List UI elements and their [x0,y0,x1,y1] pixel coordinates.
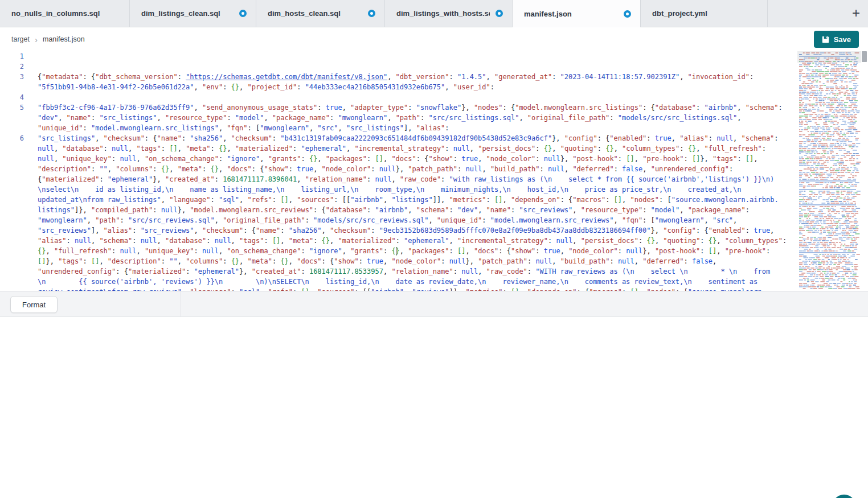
breadcrumb: target › manifest.json [11,27,85,51]
tab-label: dim_hosts_clean.sql [268,9,341,18]
tab-manifest-json[interactable]: manifest.json [513,0,641,27]
code-row: "alias": null, "schema": null, "database… [0,236,797,246]
code-row: "unique_id": "model.mwonglearn.src_listi… [0,123,797,133]
code-row: "5f51bb91-94b8-4e31-94f2-26b5e061d22a", … [0,82,797,92]
tab-dbt-project-yml[interactable]: dbt_project.yml [641,0,768,27]
code-row [0,61,797,72]
tab-label: manifest.json [524,10,572,18]
code-row: null, "database": null, "tags": [], "met… [0,143,797,154]
toolbar: target › manifest.json Save [0,27,868,51]
tab-no-nulls-in-columns[interactable]: no_nulls_in_columns.sql [0,0,130,27]
tab-label: dim_listings_clean.sql [141,9,220,18]
code-row: {"metadata": {"dbt_schema_version": "htt… [0,72,797,82]
code-editor[interactable]: 123{"metadata": {"dbt_schema_version": "… [0,51,797,291]
code-row: "dev", "name": "src_listings", "resource… [0,113,797,123]
code-row: []}, "tags": [], "description": "", "col… [0,256,797,266]
tab-bar: no_nulls_in_columns.sql dim_listings_cle… [0,0,868,27]
code-row: review_sentiment\nfrom raw_reviews", "la… [0,287,797,291]
tab-dim-listings-clean[interactable]: dim_listings_clean.sql [130,0,256,27]
tab-label: dim_listings_with_hosts.sql [396,9,490,18]
modified-dot-icon[interactable] [496,10,503,17]
minimap[interactable] [797,51,861,291]
text-caret [396,247,397,256]
results-empty-area [0,317,868,498]
code-row: {}, "full_refresh": null, "unique_key": … [0,246,797,256]
bottom-panel: Format [0,291,868,317]
code-row: \n {{ source('airbnb', 'reviews') }}\n \… [0,277,797,287]
format-button[interactable]: Format [10,296,58,313]
code-row: listings"]}, "compiled_path": null}, "mo… [0,205,797,215]
tab-dim-hosts-clean[interactable]: dim_hosts_clean.sql [256,0,385,27]
code-row: "unrendered_config": {"materialized": "e… [0,266,797,277]
code-row: updated_at\nfrom raw_listings", "languag… [0,195,797,205]
tab-label: dbt_project.yml [652,9,707,18]
code-row: "description": "", "columns": {}, "meta"… [0,164,797,174]
code-row: "fbb9f3c2-cf96-4a17-b736-976a62d35ff9", … [0,102,797,113]
modified-dot-icon[interactable] [624,10,631,18]
code-row: "mwonglearn", "path": "src/src_reviews.s… [0,215,797,225]
new-tab-button[interactable]: + [847,5,865,22]
save-floppy-icon [822,36,829,43]
breadcrumb-folder: target [11,35,30,43]
tab-label: no_nulls_in_columns.sql [11,9,100,18]
code-row [0,51,797,61]
code-row [0,92,797,102]
bottom-panel-divider [181,291,181,316]
vertical-scrollbar-thumb[interactable] [862,51,867,62]
code-row: \nselect\n id as listing_id,\n name as l… [0,184,797,195]
code-row: null, "unique_key": null, "on_schema_cha… [0,154,797,164]
tab-dim-listings-with-hosts[interactable]: dim_listings_with_hosts.sql [385,0,513,27]
chevron-right-icon: › [35,35,38,44]
modified-dot-icon[interactable] [239,10,247,17]
code-row: "src_listings", "checksum": {"name": "sh… [0,133,797,143]
save-label: Save [834,35,851,44]
code-row: {"materialized": "ephemeral"}, "created_… [0,174,797,184]
save-button[interactable]: Save [814,31,859,48]
modified-dot-icon[interactable] [368,10,375,17]
code-row: "src_reviews"], "alias": "src_reviews", … [0,225,797,236]
breadcrumb-file: manifest.json [43,35,85,43]
